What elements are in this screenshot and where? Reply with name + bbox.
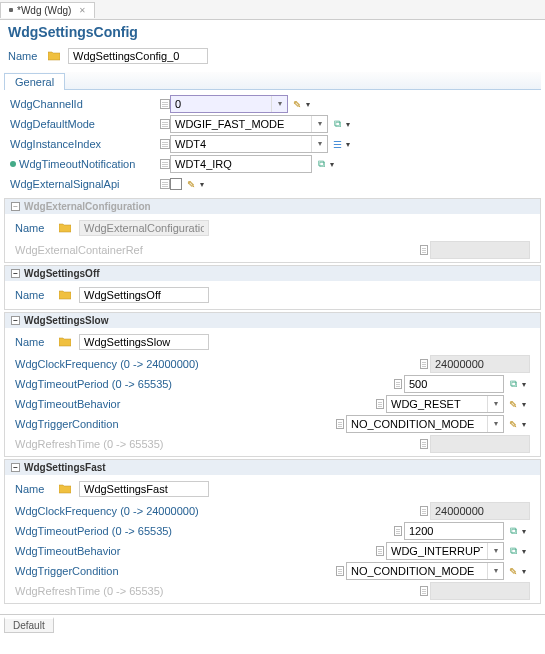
name-label: Name <box>15 336 51 348</box>
label-slow-trigger-condition: WdgTriggerCondition <box>15 418 336 430</box>
label-slow-timeout-behavior: WdgTimeoutBehavior <box>15 398 376 410</box>
pencil-icon[interactable]: ✎ <box>506 417 520 431</box>
timeout-notif-input[interactable] <box>171 156 311 172</box>
footer-tab-default[interactable]: Default <box>4 617 54 633</box>
fast-trigger-condition[interactable] <box>347 563 487 579</box>
group-settings-off: − WdgSettingsOff Name <box>4 265 541 310</box>
document-icon <box>420 359 428 369</box>
group-header-settings-slow[interactable]: − WdgSettingsSlow <box>5 313 540 328</box>
link-icon[interactable]: ⧉ <box>506 524 520 538</box>
settings-off-name[interactable] <box>79 287 209 303</box>
ext-container-ref-field <box>430 241 530 259</box>
chevron-down-icon[interactable]: ▾ <box>487 543 503 559</box>
group-header-settings-fast[interactable]: − WdgSettingsFast <box>5 460 540 475</box>
group-header-settings-off[interactable]: − WdgSettingsOff <box>5 266 540 281</box>
settings-slow-name[interactable] <box>79 334 209 350</box>
folder-icon <box>59 484 71 494</box>
label-slow-timeout-period: WdgTimeoutPeriod (0 -> 65535) <box>15 378 394 390</box>
timeout-notif-input-wrap[interactable] <box>170 155 312 173</box>
external-signal-checkbox[interactable] <box>170 178 182 190</box>
name-label: Name <box>8 50 40 62</box>
channel-id-input[interactable] <box>171 96 271 112</box>
config-name-input[interactable] <box>68 48 208 64</box>
folder-icon <box>59 223 71 233</box>
name-label: Name <box>15 289 51 301</box>
name-label: Name <box>15 222 51 234</box>
instance-index-input[interactable] <box>171 136 311 152</box>
label-fast-timeout-period: WdgTimeoutPeriod (0 -> 65535) <box>15 525 394 537</box>
label-fast-refresh-time: WdgRefreshTime (0 -> 65535) <box>15 585 420 597</box>
action-dropdown-icon[interactable]: ▾ <box>522 527 530 536</box>
instance-index-select[interactable]: ▾ <box>170 135 328 153</box>
slow-timeout-behavior-select[interactable]: ▾ <box>386 395 504 413</box>
default-mode-select[interactable]: ▾ <box>170 115 328 133</box>
chevron-down-icon[interactable]: ▾ <box>311 136 327 152</box>
chevron-down-icon[interactable]: ▾ <box>271 96 287 112</box>
document-icon <box>420 586 428 596</box>
link-icon[interactable]: ⧉ <box>506 377 520 391</box>
tab-general[interactable]: General <box>4 73 65 90</box>
fast-refresh-time <box>430 582 530 600</box>
fast-timeout-behavior-select[interactable]: ▾ <box>386 542 504 560</box>
document-icon <box>160 179 170 189</box>
label-external-signal: WdgExternalSignalApi <box>10 178 160 190</box>
channel-id-select[interactable]: ▾ <box>170 95 288 113</box>
action-dropdown-icon[interactable]: ▾ <box>346 120 354 129</box>
default-mode-input[interactable] <box>171 116 311 132</box>
page-title: WdgSettingsConfig <box>8 24 537 40</box>
pencil-icon[interactable]: ✎ <box>506 397 520 411</box>
close-icon[interactable]: ✕ <box>79 6 86 15</box>
pencil-icon[interactable]: ✎ <box>290 97 304 111</box>
action-dropdown-icon[interactable]: ▾ <box>200 180 208 189</box>
editor-tab[interactable]: *Wdg (Wdg) ✕ <box>0 2 95 18</box>
action-dropdown-icon[interactable]: ▾ <box>522 547 530 556</box>
fast-trigger-condition-select[interactable]: ▾ <box>346 562 504 580</box>
link-icon[interactable]: ⧉ <box>506 544 520 558</box>
label-channel-id: WdgChannelId <box>10 98 160 110</box>
content-area: WdgChannelId ▾ ✎ ▾ WdgDefaultMode ▾ ⧉ <box>0 90 545 610</box>
settings-fast-name[interactable] <box>79 481 209 497</box>
list-icon[interactable]: ☰ <box>330 137 344 151</box>
document-icon <box>336 566 344 576</box>
fast-timeout-period[interactable] <box>404 522 504 540</box>
editor-tab-bar: *Wdg (Wdg) ✕ <box>0 0 545 20</box>
action-dropdown-icon[interactable]: ▾ <box>522 567 530 576</box>
document-icon <box>376 546 384 556</box>
collapse-icon[interactable]: − <box>11 463 20 472</box>
document-icon <box>420 245 428 255</box>
tab-title: *Wdg (Wdg) <box>17 5 71 16</box>
slow-timeout-behavior[interactable] <box>387 396 487 412</box>
chevron-down-icon[interactable]: ▾ <box>311 116 327 132</box>
folder-icon <box>59 337 71 347</box>
link-icon[interactable]: ⧉ <box>330 117 344 131</box>
label-slow-clock-freq: WdgClockFrequency (0 -> 24000000) <box>15 358 420 370</box>
collapse-icon[interactable]: − <box>11 316 20 325</box>
document-icon <box>160 159 170 169</box>
collapse-icon[interactable]: − <box>11 202 20 211</box>
chevron-down-icon[interactable]: ▾ <box>487 563 503 579</box>
collapse-icon[interactable]: − <box>11 269 20 278</box>
action-dropdown-icon[interactable]: ▾ <box>522 400 530 409</box>
chevron-down-icon[interactable]: ▾ <box>487 416 503 432</box>
slow-trigger-condition[interactable] <box>347 416 487 432</box>
folder-icon <box>59 290 71 300</box>
group-header-external-config[interactable]: − WdgExternalConfiguration <box>5 199 540 214</box>
slow-trigger-condition-select[interactable]: ▾ <box>346 415 504 433</box>
link-icon[interactable]: ⧉ <box>314 157 328 171</box>
slow-timeout-period[interactable] <box>404 375 504 393</box>
document-icon <box>394 379 402 389</box>
label-fast-clock-freq: WdgClockFrequency (0 -> 24000000) <box>15 505 420 517</box>
action-dropdown-icon[interactable]: ▾ <box>330 160 338 169</box>
pencil-icon[interactable]: ✎ <box>184 177 198 191</box>
slow-refresh-time <box>430 435 530 453</box>
pencil-icon[interactable]: ✎ <box>506 564 520 578</box>
group-external-config: − WdgExternalConfiguration Name WdgExter… <box>4 198 541 263</box>
action-dropdown-icon[interactable]: ▾ <box>522 420 530 429</box>
page-header: WdgSettingsConfig <box>0 20 545 44</box>
action-dropdown-icon[interactable]: ▾ <box>306 100 314 109</box>
chevron-down-icon[interactable]: ▾ <box>487 396 503 412</box>
action-dropdown-icon[interactable]: ▾ <box>522 380 530 389</box>
fast-timeout-behavior[interactable] <box>387 543 487 559</box>
label-instance-index: WdgInstanceIndex <box>10 138 160 150</box>
action-dropdown-icon[interactable]: ▾ <box>346 140 354 149</box>
